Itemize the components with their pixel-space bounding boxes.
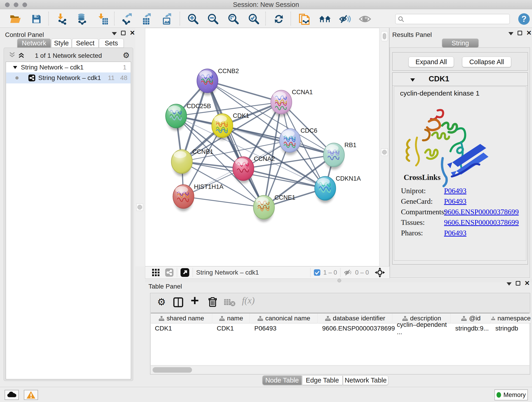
- cell-description[interactable]: cyclin–dependent ...: [393, 324, 451, 333]
- tab-style[interactable]: Style: [51, 38, 71, 48]
- node-CCNB2[interactable]: CCNB2: [197, 68, 239, 96]
- splitter-handle[interactable]: [381, 148, 388, 156]
- eye-button[interactable]: [359, 13, 371, 26]
- crosslink-value-link[interactable]: 9606.ENSP00000378699: [444, 208, 519, 216]
- save-session-button[interactable]: [30, 13, 43, 26]
- warning-button[interactable]: [24, 390, 38, 400]
- homes-button[interactable]: [318, 13, 331, 26]
- import-network-file-button[interactable]: [56, 13, 69, 26]
- cell-namespace[interactable]: stringdb: [491, 324, 531, 333]
- cell--id[interactable]: stringdb:9...: [451, 324, 491, 333]
- edge-CCNB2-CCNA1[interactable]: [207, 81, 281, 102]
- section-expander-icon[interactable]: [410, 78, 415, 82]
- horizontal-splitter[interactable]: [145, 279, 532, 282]
- zoom-fit-button[interactable]: [227, 13, 240, 26]
- edge-HIST1H1A-CCNE1[interactable]: [184, 197, 264, 207]
- cloud-button[interactable]: [5, 390, 19, 400]
- tab-network-table[interactable]: Network Table: [343, 375, 388, 385]
- node-HIST1H1A[interactable]: HIST1H1A: [173, 183, 224, 211]
- splitter-handle[interactable]: [136, 204, 143, 211]
- gear-icon[interactable]: ⚙: [123, 51, 130, 60]
- column-header-shared-name[interactable]: shared name: [151, 313, 212, 323]
- export-image-button[interactable]: [161, 13, 173, 26]
- zoom-out-icon: [207, 13, 219, 25]
- network-view-toolbar: String Network – cdk1 1 – 0 0 – 0: [145, 266, 390, 279]
- float-panel-icon[interactable]: [516, 281, 520, 286]
- close-panel-icon[interactable]: ✕: [526, 31, 532, 35]
- zoom-out-button[interactable]: [207, 13, 220, 26]
- help-button[interactable]: ?: [518, 13, 530, 26]
- table-horizontal-scrollbar[interactable]: [151, 366, 530, 374]
- network-canvas[interactable]: CCNB2CCNA1CDC25BCDK1CDC6RB1CCNB1CCNA2CDK…: [145, 28, 380, 266]
- column-header-namespace[interactable]: namespace: [491, 313, 531, 323]
- column-header-canonical-name[interactable]: canonical name: [250, 313, 318, 323]
- import-table-button[interactable]: [96, 13, 109, 26]
- network-row-selected[interactable]: String Network – cdk1 11 48: [6, 72, 131, 83]
- hidden-eye-slash-icon[interactable]: [344, 269, 353, 276]
- cell-shared-name[interactable]: CDK1: [151, 324, 212, 333]
- column-header-name[interactable]: name: [213, 313, 250, 323]
- expand-all-button[interactable]: Expand All: [409, 57, 454, 67]
- tab-node-table[interactable]: Node Table: [262, 375, 302, 385]
- right-splitter[interactable]: [380, 28, 389, 266]
- column-header--id[interactable]: @id: [451, 313, 491, 323]
- import-network-database-button[interactable]: [75, 13, 88, 26]
- grid-view-icon[interactable]: [152, 268, 160, 277]
- column-header-database-identifier[interactable]: database identifier: [318, 313, 393, 323]
- node-RB1[interactable]: RB1: [323, 142, 356, 170]
- node-CCNB1[interactable]: CCNB1: [171, 148, 213, 176]
- crosslink-value-link[interactable]: P06493: [444, 186, 467, 195]
- crosslink-value-link[interactable]: P06493: [444, 197, 467, 206]
- panel-menu-icon[interactable]: [112, 32, 117, 35]
- node-CDKN1A[interactable]: CDKN1A: [315, 175, 361, 203]
- left-splitter[interactable]: [135, 28, 145, 266]
- collapse-all-button[interactable]: Collapse All: [462, 57, 511, 67]
- export-table-button[interactable]: [140, 13, 153, 26]
- cell-database-identifier[interactable]: 9606.ENSP00000378699: [318, 324, 393, 333]
- node-CCNE1[interactable]: CCNE1: [253, 194, 295, 222]
- show-columns-icon[interactable]: [173, 297, 183, 307]
- tree-expander-icon[interactable]: [13, 65, 18, 70]
- birds-eye-crosshair-icon[interactable]: [375, 268, 385, 278]
- tab-edge-table[interactable]: Edge Table: [302, 375, 342, 385]
- tab-sets[interactable]: Sets: [99, 38, 124, 48]
- search-input[interactable]: [406, 15, 507, 23]
- scrollbar-thumb[interactable]: [152, 367, 192, 373]
- splitter-handle[interactable]: [337, 279, 341, 282]
- memory-status-icon: [496, 392, 501, 398]
- crosslink-value-link[interactable]: P06493: [444, 229, 467, 237]
- table-gear-icon[interactable]: ⚙: [157, 296, 166, 307]
- open-session-button[interactable]: [9, 13, 22, 26]
- add-column-icon[interactable]: +: [191, 292, 199, 308]
- export-network-button[interactable]: [120, 13, 133, 26]
- tab-network[interactable]: Network: [17, 38, 51, 48]
- share-document-button[interactable]: [298, 13, 311, 26]
- open-in-window-icon[interactable]: [180, 268, 190, 277]
- zoom-selected-icon: [248, 13, 260, 25]
- refresh-button[interactable]: [272, 13, 285, 26]
- selected-checkbox-icon[interactable]: [314, 269, 321, 276]
- string-view-icon[interactable]: [165, 268, 174, 277]
- crosslink-row: GeneCard:P06493: [401, 197, 520, 206]
- panel-menu-icon[interactable]: [507, 282, 512, 286]
- results-panel: Results Panel ✕ String Expand All Collap…: [390, 29, 532, 279]
- cell-name[interactable]: CDK1: [213, 324, 250, 333]
- tab-select[interactable]: Select: [72, 38, 99, 48]
- node-CDC25B[interactable]: CDC25B: [166, 103, 211, 131]
- cell-canonical-name[interactable]: P06493: [250, 324, 318, 333]
- tab-string[interactable]: String: [442, 38, 479, 48]
- close-panel-icon[interactable]: ✕: [525, 281, 530, 286]
- zoom-in-button[interactable]: [187, 13, 200, 26]
- crosslink-value-link[interactable]: 9606.ENSP00000378699: [444, 218, 519, 227]
- network-collection-row[interactable]: String Network – cdk1 1: [6, 62, 131, 72]
- close-panel-icon[interactable]: ✕: [130, 31, 135, 35]
- delete-column-trash-icon[interactable]: [208, 297, 217, 307]
- float-panel-icon[interactable]: [518, 31, 522, 35]
- memory-button[interactable]: Memory: [494, 389, 528, 400]
- splitter-collapse-button[interactable]: [381, 31, 388, 41]
- network-list-box: 1 of 1 Network selected ⚙ String Network…: [4, 48, 133, 381]
- float-panel-icon[interactable]: [121, 31, 126, 35]
- zoom-selected-button[interactable]: [247, 13, 260, 26]
- hide-glasses-button[interactable]: [338, 13, 351, 26]
- panel-menu-icon[interactable]: [508, 32, 513, 35]
